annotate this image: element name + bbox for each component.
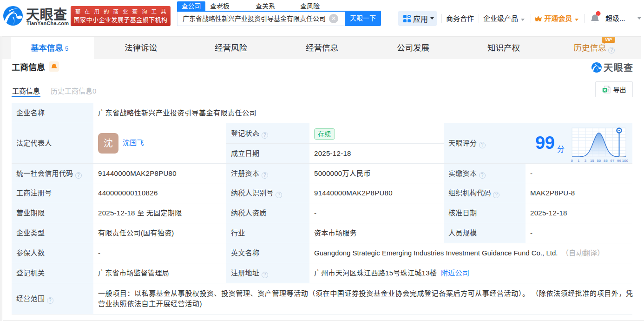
svg-text:97: 97: [611, 159, 615, 163]
svg-text:1: 1: [578, 159, 579, 163]
svg-text:3: 3: [585, 159, 586, 163]
svg-text:0: 0: [571, 159, 573, 163]
svg-text:85: 85: [604, 159, 608, 163]
svg-text:99: 99: [617, 159, 621, 163]
svg-text:15: 15: [590, 159, 594, 163]
svg-text:50: 50: [597, 159, 601, 163]
svg-text:100: 100: [622, 159, 628, 163]
